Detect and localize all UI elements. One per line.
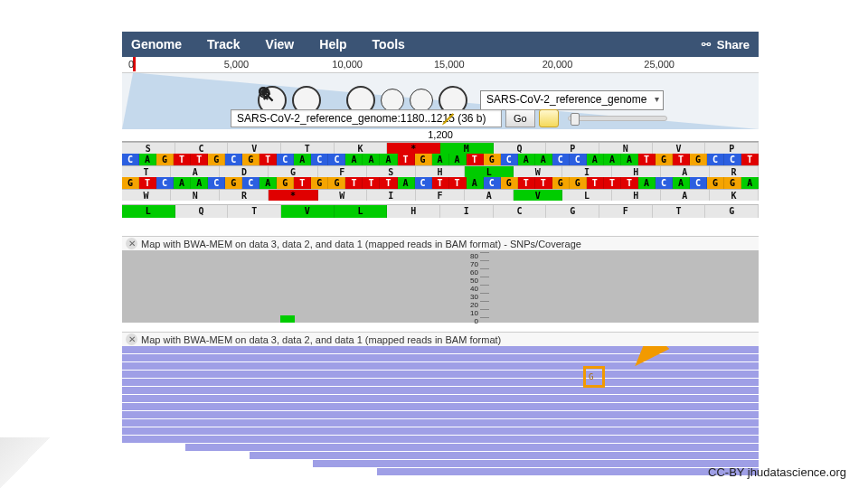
read-row <box>122 371 759 378</box>
nt-cell: T <box>398 154 415 165</box>
aa-cell: * <box>269 190 317 201</box>
nt-cell: C <box>484 177 501 189</box>
nt-cell: T <box>363 177 380 189</box>
nt-cell: C <box>328 154 345 165</box>
y-tick-label: 20 <box>470 301 478 309</box>
alignment-track-body[interactable]: G <box>122 346 759 488</box>
menu-help[interactable]: Help <box>319 37 346 52</box>
y-tick-label: 50 <box>470 277 478 285</box>
read-row <box>122 354 759 361</box>
share-label: Share <box>717 38 750 52</box>
y-tick-label: 30 <box>470 293 478 301</box>
aa-cell: I <box>367 190 416 201</box>
ruler-tick: 15,000 <box>434 59 465 70</box>
aa-cell: T <box>228 205 281 218</box>
aligned-read[interactable] <box>122 371 759 378</box>
highlight-button[interactable] <box>539 109 559 127</box>
aligned-read[interactable] <box>250 452 759 459</box>
aa-frame-row: LQTVLHICGFTG <box>122 204 759 218</box>
alignment-track-header: ✕ Map with BWA-MEM on data 3, data 2, an… <box>122 332 759 346</box>
y-tick-label: 80 <box>470 252 478 260</box>
menu-genome[interactable]: Genome <box>131 37 182 52</box>
nt-cell: G <box>707 177 724 189</box>
close-icon[interactable]: ✕ <box>126 238 137 249</box>
aa-cell: * <box>387 143 440 154</box>
y-tick-label: 60 <box>470 268 478 277</box>
aligned-read[interactable] <box>313 460 759 467</box>
nt-cell: G <box>225 177 242 189</box>
nt-cell: A <box>139 154 156 165</box>
aa-cell: K <box>710 190 759 201</box>
nt-cell: T <box>673 154 690 165</box>
nt-cell: G <box>311 177 328 189</box>
ruler-tick: 10,000 <box>332 59 363 70</box>
aa-cell: H <box>612 190 661 201</box>
menu-tools[interactable]: Tools <box>373 37 405 52</box>
nt-cell: A <box>449 154 467 165</box>
coverage-track-title: Map with BWA-MEM on data 3, data 2, and … <box>141 239 581 249</box>
alignment-track-title: Map with BWA-MEM on data 3, data 2, and … <box>141 334 501 345</box>
nt-cell: C <box>225 154 242 165</box>
share-button[interactable]: Share <box>699 38 750 52</box>
aa-frame-row: SCVTK*MQPNVP <box>122 142 759 154</box>
aligned-read[interactable] <box>122 419 759 427</box>
aa-cell: D <box>220 166 269 177</box>
aa-cell: W <box>318 190 367 201</box>
zoom-slider-thumb[interactable] <box>571 113 580 126</box>
aa-cell: W <box>122 190 171 201</box>
nt-cell: C <box>242 177 259 189</box>
aa-cell: C <box>494 205 547 218</box>
nt-cell: A <box>363 154 380 165</box>
read-row <box>122 379 759 386</box>
aa-cell: G <box>546 205 599 218</box>
aa-cell: K <box>335 143 388 154</box>
read-row <box>122 362 759 370</box>
nt-cell: A <box>294 154 311 165</box>
menu-view[interactable]: View <box>266 37 295 52</box>
close-icon[interactable]: ✕ <box>126 333 137 345</box>
aligned-read[interactable] <box>122 346 759 353</box>
aa-cell: F <box>599 205 653 218</box>
aa-frame-row: WNR*WIFAVLHAK <box>122 189 759 201</box>
zoom-in-icon <box>258 86 274 102</box>
aligned-read[interactable] <box>122 403 759 410</box>
aa-cell: L <box>562 190 611 201</box>
reference-selected-value: SARS-CoV-2_reference_genome <box>486 93 646 106</box>
nt-cell: G <box>122 177 139 189</box>
y-tick-label: 70 <box>470 260 478 268</box>
aligned-read[interactable] <box>122 362 759 370</box>
nt-cell: G <box>724 177 741 189</box>
aligned-read[interactable] <box>185 444 759 451</box>
aa-cell: I <box>562 166 611 177</box>
nt-cell: G <box>570 177 587 189</box>
position-ruler: 1,200 <box>122 129 759 142</box>
nt-cell: C <box>156 177 174 189</box>
aligned-read[interactable] <box>122 387 759 394</box>
nt-cell: T <box>259 154 277 165</box>
aligned-read[interactable] <box>122 379 759 386</box>
aligned-read[interactable] <box>122 354 759 361</box>
nt-cell: G <box>242 154 259 165</box>
aa-cell: A <box>661 166 710 177</box>
nt-cell: T <box>535 177 552 189</box>
overview-ruler[interactable]: 05,00010,00015,00020,00025,000 <box>122 57 759 73</box>
nt-cell: A <box>259 177 277 189</box>
aligned-read[interactable] <box>122 427 759 435</box>
aligned-read[interactable] <box>377 468 759 475</box>
read-row <box>122 419 759 427</box>
ruler-tick: 5,000 <box>224 59 250 70</box>
aligned-read[interactable] <box>122 411 759 418</box>
nt-cell: C <box>208 177 225 189</box>
link-icon <box>699 39 713 50</box>
nt-cell: A <box>741 177 759 189</box>
aligned-read[interactable] <box>122 395 759 402</box>
nt-cell: C <box>552 154 570 165</box>
menu-track[interactable]: Track <box>207 37 241 52</box>
nt-cell: T <box>380 177 397 189</box>
nt-reverse-row: GTCAACGCAGTGGTTTACTTACGTTGGTTTACACGGA <box>122 177 759 189</box>
zoom-slider[interactable] <box>568 116 667 121</box>
reference-select[interactable]: SARS-CoV-2_reference_genome <box>480 90 664 110</box>
ruler-tick: 0 <box>128 59 134 70</box>
aligned-read[interactable] <box>122 436 759 443</box>
coverage-track-body[interactable]: 80706050403020100 <box>122 250 759 323</box>
